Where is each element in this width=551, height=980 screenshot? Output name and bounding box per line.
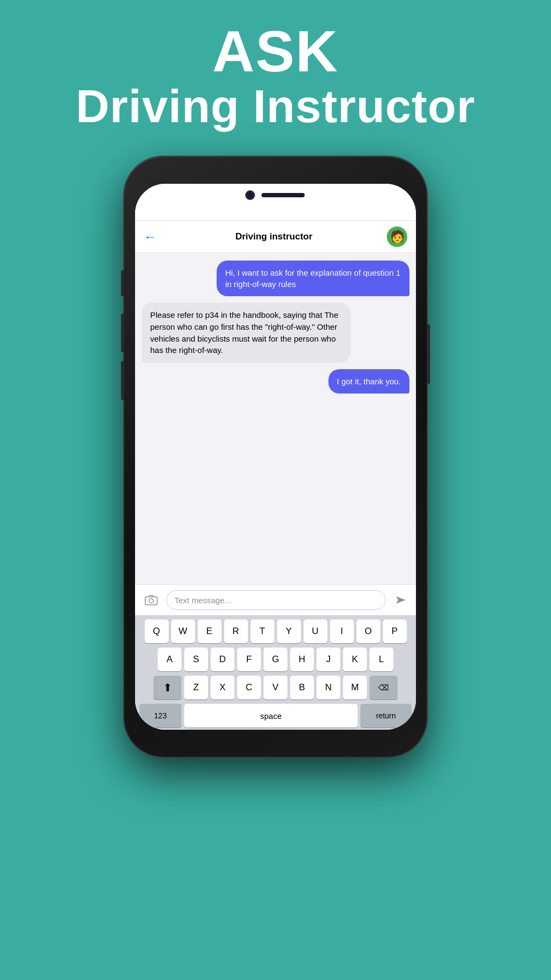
chat-scroll: Hi, I want to ask for the explanation of… [135, 253, 416, 584]
key-m[interactable]: M [343, 676, 367, 699]
key-row-2: A S D F G H J K L [137, 648, 414, 671]
key-e[interactable]: E [198, 619, 221, 643]
key-f[interactable]: F [237, 648, 261, 671]
send-button[interactable] [391, 591, 409, 609]
key-b[interactable]: B [290, 676, 314, 699]
chat-title: Driving instructor [161, 231, 387, 242]
key-z[interactable]: Z [184, 676, 208, 699]
phone-screen: ← Driving instructor 🧑 Hi, I want to ask… [135, 184, 416, 730]
key-y[interactable]: Y [277, 619, 301, 643]
key-w[interactable]: W [171, 619, 195, 643]
camera-button[interactable] [142, 590, 161, 610]
driving-instructor-title: Driving Instructor [0, 82, 551, 130]
phone-shell: ← Driving instructor 🧑 Hi, I want to ask… [124, 157, 427, 757]
chat-body: Hi, I want to ask for the explanation of… [135, 253, 416, 730]
phone-btn-left-mid1 [121, 314, 124, 352]
ask-title: ASK [0, 21, 551, 82]
back-button[interactable]: ← [144, 229, 157, 244]
key-l[interactable]: L [369, 648, 393, 671]
phone-btn-right [427, 324, 430, 384]
key-o[interactable]: O [357, 619, 380, 643]
phone-camera-area [246, 191, 305, 199]
speaker-bar [261, 193, 305, 197]
keyboard: Q W E R T Y U I O P A S [135, 615, 416, 730]
key-j[interactable]: J [317, 648, 340, 671]
backspace-key[interactable]: ⌫ [369, 676, 398, 699]
key-r[interactable]: R [224, 619, 248, 643]
key-x[interactable]: X [211, 676, 234, 699]
key-s[interactable]: S [184, 648, 208, 671]
key-u[interactable]: U [304, 619, 327, 643]
text-input[interactable]: Text message... [166, 590, 386, 610]
space-key[interactable]: space [184, 704, 358, 728]
key-n[interactable]: N [317, 676, 340, 699]
num-key[interactable]: 123 [139, 704, 182, 728]
key-k[interactable]: K [343, 648, 367, 671]
key-g[interactable]: G [264, 648, 287, 671]
message-sent-2: I got it, thank you. [328, 369, 409, 394]
message-received-1: Please refer to p34 in the handbook, say… [142, 303, 351, 363]
avatar-emoji: 🧑 [390, 230, 405, 244]
camera-dot [246, 191, 254, 199]
key-row-1: Q W E R T Y U I O P [137, 619, 414, 643]
key-q[interactable]: Q [145, 619, 169, 643]
chat-header: ← Driving instructor 🧑 [135, 221, 416, 253]
avatar: 🧑 [387, 226, 407, 247]
key-v[interactable]: V [264, 676, 287, 699]
key-d[interactable]: D [211, 648, 234, 671]
key-h[interactable]: H [290, 648, 314, 671]
key-c[interactable]: C [237, 676, 261, 699]
key-row-3: ⬆ Z X C V B N M ⌫ [137, 676, 414, 699]
message-sent-1: Hi, I want to ask for the explanation of… [217, 261, 409, 296]
phone-top-bar [135, 184, 416, 221]
key-t[interactable]: T [251, 619, 274, 643]
svg-point-1 [149, 599, 153, 603]
keyboard-bottom-row: 123 space return [137, 704, 414, 728]
key-i[interactable]: I [330, 619, 354, 643]
phone-btn-left-top [121, 270, 124, 296]
phone-wrapper: ← Driving instructor 🧑 Hi, I want to ask… [124, 157, 427, 757]
key-p[interactable]: P [383, 619, 407, 643]
shift-key[interactable]: ⬆ [153, 676, 182, 699]
return-key[interactable]: return [360, 704, 412, 728]
input-placeholder: Text message... [174, 596, 231, 605]
key-a[interactable]: A [158, 648, 182, 671]
input-area: Text message... [135, 584, 416, 615]
svg-rect-0 [145, 597, 157, 605]
header-section: ASK Driving Instructor [0, 0, 551, 131]
phone-btn-left-mid2 [121, 361, 124, 400]
